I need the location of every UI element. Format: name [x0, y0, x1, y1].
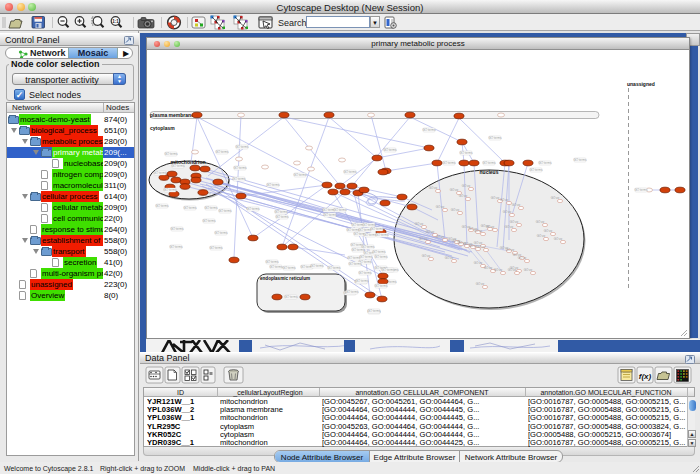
svg-text:GO:zz: GO:zz	[415, 222, 424, 226]
svg-text:GO:zz: GO:zz	[474, 229, 483, 233]
svg-text:GO:zz: GO:zz	[503, 210, 512, 214]
svg-text:GO:terms: GO:terms	[442, 161, 456, 165]
svg-text:GO:terms: GO:terms	[358, 271, 372, 275]
svg-text:GO:terms: GO:terms	[169, 245, 183, 249]
svg-text:GO:terms: GO:terms	[183, 206, 197, 210]
svg-text:GO:terms: GO:terms	[269, 265, 283, 269]
svg-text:GO:terms: GO:terms	[282, 266, 296, 270]
svg-text:GO:terms: GO:terms	[327, 266, 341, 270]
svg-text:GO:terms: GO:terms	[374, 255, 388, 259]
svg-text:GO:terms: GO:terms	[538, 161, 552, 165]
svg-text:GO:zz: GO:zz	[419, 237, 428, 241]
svg-text:GO:terms: GO:terms	[333, 208, 347, 212]
svg-text:GO:zz: GO:zz	[551, 196, 560, 200]
svg-text:endoplasmic reticulum: endoplasmic reticulum	[260, 276, 310, 281]
svg-text:GO:zz: GO:zz	[429, 186, 438, 190]
svg-text:GO:terms: GO:terms	[488, 136, 502, 140]
svg-text:f(x): f(x)	[639, 372, 652, 381]
svg-text:GO:terms: GO:terms	[529, 168, 543, 172]
svg-text:GO:terms: GO:terms	[233, 166, 247, 170]
svg-text:GO:terms: GO:terms	[235, 145, 249, 149]
svg-text:GO:zz: GO:zz	[506, 248, 515, 252]
svg-text:GO:terms: GO:terms	[459, 151, 473, 155]
svg-text:GO:terms: GO:terms	[170, 227, 184, 231]
svg-text:GO:terms: GO:terms	[422, 128, 436, 132]
svg-text:GO:terms: GO:terms	[202, 219, 216, 223]
svg-text:GO:zz: GO:zz	[524, 268, 533, 272]
svg-text:GO:terms: GO:terms	[246, 207, 260, 211]
svg-text:GO:terms: GO:terms	[355, 279, 369, 283]
svg-text:GO:terms: GO:terms	[372, 250, 386, 254]
svg-text:GO:zz: GO:zz	[450, 188, 459, 192]
svg-text:GO:zz: GO:zz	[505, 225, 514, 229]
svg-text:GO:terms: GO:terms	[209, 246, 223, 250]
svg-text:GO:zz: GO:zz	[462, 184, 471, 188]
svg-text:GO:zz: GO:zz	[445, 256, 454, 260]
svg-text:GO:terms: GO:terms	[218, 209, 232, 213]
svg-text:GO:zz: GO:zz	[422, 254, 431, 258]
svg-text:GO:zz: GO:zz	[486, 225, 495, 229]
svg-text:GO:zz: GO:zz	[500, 198, 509, 202]
svg-text:GO:terms: GO:terms	[204, 206, 218, 210]
svg-text:GO:terms: GO:terms	[155, 204, 169, 208]
svg-text:GO:zz: GO:zz	[436, 205, 445, 209]
svg-text:GO:terms: GO:terms	[214, 231, 228, 235]
svg-text:GO:terms: GO:terms	[370, 227, 384, 231]
svg-text:GO:zz: GO:zz	[491, 196, 500, 200]
svg-text:GO:terms: GO:terms	[274, 210, 288, 214]
svg-text:GO:zz: GO:zz	[512, 203, 521, 207]
svg-text:GO:zz: GO:zz	[494, 268, 503, 272]
svg-text:GO:terms: GO:terms	[375, 233, 389, 237]
svg-text:GO:terms: GO:terms	[383, 148, 397, 152]
svg-text:GO:terms: GO:terms	[164, 152, 178, 156]
svg-text:GO:zz: GO:zz	[518, 256, 527, 260]
svg-text:GO:terms: GO:terms	[163, 188, 177, 192]
svg-text:unassigned: unassigned	[627, 81, 655, 87]
svg-text:GO:terms: GO:terms	[232, 177, 246, 181]
svg-text:GO:zz: GO:zz	[451, 208, 460, 212]
svg-text:GO:zz: GO:zz	[426, 230, 435, 234]
svg-text:nucleus: nucleus	[480, 169, 499, 175]
svg-text:GO:terms: GO:terms	[275, 215, 289, 219]
svg-text:GO:terms: GO:terms	[348, 262, 362, 266]
svg-text:plasma membrane: plasma membrane	[150, 112, 194, 118]
svg-text:GO:terms: GO:terms	[284, 295, 298, 299]
svg-text:GO:terms: GO:terms	[310, 264, 324, 268]
svg-text:GO:zz: GO:zz	[537, 234, 546, 238]
svg-text:GO:terms: GO:terms	[374, 284, 388, 288]
svg-text:GO:terms: GO:terms	[265, 260, 279, 264]
svg-text:GO:zz: GO:zz	[544, 229, 553, 233]
svg-text:GO:zz: GO:zz	[510, 220, 519, 224]
svg-text:GO:zz: GO:zz	[436, 235, 445, 239]
svg-text:GO:zz: GO:zz	[474, 261, 483, 265]
svg-text:cytoplasm: cytoplasm	[150, 125, 175, 131]
svg-text:GO:terms: GO:terms	[634, 188, 648, 192]
svg-text:GO:terms: GO:terms	[343, 170, 357, 174]
svg-text:GO:terms: GO:terms	[345, 290, 359, 294]
svg-text:GO:terms: GO:terms	[367, 309, 381, 313]
svg-text:GO:zz: GO:zz	[554, 237, 563, 241]
svg-text:GO:zz: GO:zz	[476, 282, 485, 286]
svg-text:1:1: 1:1	[112, 19, 119, 24]
svg-text:GO:terms: GO:terms	[359, 255, 373, 259]
svg-text:GO:terms: GO:terms	[293, 173, 307, 177]
svg-text:GO:terms: GO:terms	[171, 164, 185, 168]
svg-text:GO:zz: GO:zz	[536, 220, 545, 224]
svg-text:GO:terms: GO:terms	[381, 268, 395, 272]
svg-text:GO:terms: GO:terms	[266, 183, 280, 187]
svg-text:GO:terms: GO:terms	[153, 171, 167, 175]
svg-text:GO:terms: GO:terms	[482, 161, 496, 165]
svg-text:GO:terms: GO:terms	[573, 158, 587, 162]
svg-text:GO:terms: GO:terms	[215, 150, 229, 154]
svg-text:GO:terms: GO:terms	[323, 213, 337, 217]
svg-text:GO:zz: GO:zz	[484, 266, 493, 270]
svg-text:GO:zz: GO:zz	[477, 245, 486, 249]
svg-text:GO:zz: GO:zz	[508, 268, 517, 272]
